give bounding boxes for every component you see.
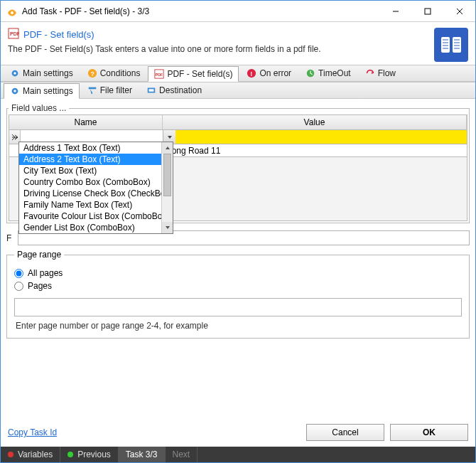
dropdown-option[interactable]: Address 2 Text Box (Text) <box>19 154 173 165</box>
cancel-button[interactable]: Cancel <box>306 424 384 441</box>
status-task[interactable]: Task 3/3 <box>119 447 166 462</box>
subtab-sub-filter[interactable]: File filter <box>81 83 139 98</box>
tab-flow[interactable]: Flow <box>359 65 402 81</box>
question-icon: ? <box>87 68 97 78</box>
dest-icon <box>146 85 156 95</box>
scroll-thumb[interactable] <box>163 154 171 196</box>
page-title-row: PDF PDF - Set field(s) <box>8 28 427 41</box>
col-header-value[interactable]: Value <box>163 115 467 129</box>
dropdown-option[interactable]: Gender List Box (ComboBox) <box>19 222 173 233</box>
copy-task-id-link[interactable]: Copy Task Id <box>8 427 301 437</box>
page-range-legend: Page range <box>14 250 64 260</box>
window-buttons <box>379 1 475 21</box>
value-cell[interactable] <box>175 130 467 144</box>
tab-conditions[interactable]: ?Conditions <box>81 65 147 81</box>
svg-text:PDF: PDF <box>10 31 19 36</box>
svg-text:?: ? <box>90 70 94 78</box>
status-dot-icon <box>67 452 73 457</box>
svg-point-15 <box>13 72 16 75</box>
svg-rect-1 <box>425 9 431 14</box>
pdf-icon: PDF <box>154 69 164 79</box>
status-next[interactable]: Next <box>166 447 198 462</box>
tab-main-settings[interactable]: Main settings <box>4 65 80 81</box>
page-range-group: Page range All pages Pages Enter page nu… <box>6 250 470 339</box>
subtab-sub-dest[interactable]: Destination <box>140 83 208 98</box>
flow-icon <box>365 68 375 78</box>
sub-tabs: Main settingsFile filterDestination <box>1 82 475 99</box>
pages-input[interactable] <box>14 298 462 316</box>
ok-button[interactable]: OK <box>390 424 468 441</box>
alert-icon: ! <box>247 68 256 78</box>
svg-point-24 <box>13 90 16 92</box>
page-title: PDF - Set field(s) <box>23 29 94 40</box>
footer: Copy Task Id Cancel OK <box>1 420 475 447</box>
dropdown-option[interactable]: City Text Box (Text) <box>19 165 173 176</box>
radio-pages-label: Pages <box>28 281 52 291</box>
app-icon <box>6 6 18 17</box>
tab-timeout[interactable]: TimeOut <box>299 65 357 81</box>
svg-point-0 <box>11 11 13 14</box>
grid-header: Name Value <box>9 115 467 130</box>
main-tabs: Main settings?ConditionsPDFPDF - Set fie… <box>1 65 475 82</box>
field-values-legend: Field values ... <box>9 103 69 113</box>
clock-icon <box>305 68 315 78</box>
status-dot-icon <box>8 452 13 457</box>
body: Field values ... Name Value <box>1 99 475 420</box>
col-header-name[interactable]: Name <box>9 115 163 129</box>
svg-text:PDF: PDF <box>156 73 163 77</box>
pdf-icon: PDF <box>8 28 19 41</box>
tab-on-error[interactable]: !On error <box>240 65 298 81</box>
titlebar: Add Task - PDF - Set field(s) - 3/3 <box>1 1 475 22</box>
svg-rect-5 <box>453 37 461 53</box>
dropdown-scrollbar[interactable] <box>161 142 173 233</box>
svg-text:!: ! <box>251 70 253 78</box>
dropdown-option[interactable]: Country Combo Box (ComboBox) <box>19 176 173 188</box>
svg-rect-27 <box>149 89 154 92</box>
close-button[interactable] <box>443 1 475 21</box>
row-value: Long Road 11 <box>163 146 467 156</box>
radio-pages[interactable] <box>14 282 23 291</box>
radio-all-pages-row[interactable]: All pages <box>14 268 462 278</box>
scroll-up-icon[interactable] <box>162 142 173 154</box>
page-description: The PDF - Set Field(s) Task enters a val… <box>8 44 427 54</box>
page-range-hint: Enter page number or page range 2-4, for… <box>16 321 462 331</box>
statusbar: VariablesPreviousTask 3/3Next <box>1 447 475 462</box>
header-badge-icon <box>434 28 468 62</box>
form-field-label: F <box>6 233 15 243</box>
scroll-down-icon[interactable] <box>162 222 173 233</box>
filter-icon <box>87 85 97 95</box>
field-values-group: Field values ... Name Value <box>6 103 470 223</box>
dropdown-option[interactable]: Address 1 Text Box (Text) <box>19 142 173 154</box>
window: Add Task - PDF - Set field(s) - 3/3 PDF … <box>0 0 476 463</box>
radio-all-pages-label: All pages <box>28 268 63 278</box>
dropdown-option[interactable]: Driving License Check Box (CheckBox) <box>19 188 173 199</box>
header: PDF PDF - Set field(s) The PDF - Set Fie… <box>1 22 475 65</box>
gear-blue-icon <box>10 68 20 78</box>
name-dropdown-list: Address 1 Text Box (Text)Address 2 Text … <box>18 142 173 234</box>
dropdown-option[interactable]: Favourite Colour List Box (ComboBox) <box>19 211 173 222</box>
window-title: Add Task - PDF - Set field(s) - 3/3 <box>22 6 379 16</box>
tab-pdf-set[interactable]: PDFPDF - Set field(s) <box>148 66 239 82</box>
radio-all-pages[interactable] <box>14 269 23 278</box>
maximize-button[interactable] <box>411 1 443 21</box>
svg-rect-4 <box>441 37 450 53</box>
status-variables[interactable]: Variables <box>1 447 60 462</box>
svg-rect-25 <box>88 87 96 90</box>
radio-pages-row[interactable]: Pages <box>14 281 462 291</box>
dropdown-option[interactable]: Family Name Text Box (Text) <box>19 199 173 211</box>
subtab-sub-main[interactable]: Main settings <box>4 83 80 99</box>
status-previous[interactable]: Previous <box>60 447 119 462</box>
gear-blue-icon <box>10 86 20 96</box>
minimize-button[interactable] <box>379 1 411 21</box>
